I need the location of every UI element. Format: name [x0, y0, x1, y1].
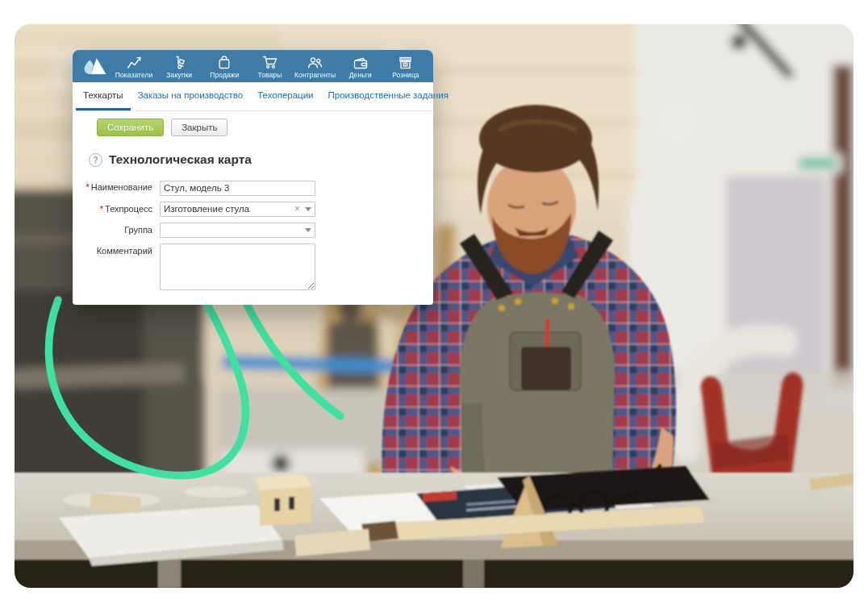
editor-content: Сохранить Закрыть ? Технологическая карт…	[73, 111, 433, 305]
app-window: Показатели Закупки Продажи	[73, 50, 433, 305]
group-select[interactable]	[160, 223, 315, 238]
moysklad-logo-icon	[83, 57, 107, 75]
tab-techcards[interactable]: Техкарты	[76, 82, 131, 110]
techprocess-value: Изготовление стула	[164, 204, 294, 214]
nav-item-sales[interactable]: Продажи	[202, 50, 247, 82]
nav-item-indicators[interactable]: Показатели	[111, 50, 156, 82]
chart-icon	[127, 56, 142, 69]
nav-item-label: Товары	[258, 71, 282, 79]
tab-production-tasks[interactable]: Производственные задания	[321, 82, 456, 110]
close-button[interactable]: Закрыть	[171, 119, 227, 136]
help-icon[interactable]: ?	[89, 153, 102, 167]
section-tabs: Техкарты Заказы на производство Техопера…	[73, 82, 433, 111]
techprocess-field-label: *Техпроцесс	[81, 202, 152, 214]
required-marker: *	[100, 204, 103, 214]
shopping-cart-icon	[262, 56, 278, 69]
form-row-techprocess: *Техпроцесс Изготовление стула ×	[97, 202, 433, 217]
tab-production-orders[interactable]: Заказы на производство	[131, 82, 251, 110]
nav-item-label: Розница	[392, 71, 419, 79]
wallet-icon	[353, 56, 368, 69]
nav-item-purchases[interactable]: Закупки	[156, 50, 202, 82]
nav-item-money[interactable]: Деньги	[338, 50, 383, 82]
storefront-icon	[399, 56, 412, 69]
save-button[interactable]: Сохранить	[97, 119, 164, 136]
main-navbar: Показатели Закупки Продажи	[73, 50, 433, 82]
form-row-group: Группа	[97, 223, 433, 238]
nav-item-retail[interactable]: Розница	[383, 50, 428, 82]
techcard-form: *Наименование *Техпроцесс Изготовление с…	[97, 180, 433, 294]
nav-item-contractors[interactable]: Контрагенты	[293, 50, 338, 82]
clear-icon[interactable]: ×	[294, 204, 300, 214]
toolbar: Сохранить Закрыть	[97, 119, 433, 136]
page-title: Технологическая карта	[109, 152, 252, 167]
nav-item-label: Закупки	[166, 71, 192, 79]
dropdown-arrow-icon[interactable]	[305, 228, 311, 232]
nav-items: Показатели Закупки Продажи	[111, 50, 428, 82]
people-icon	[307, 56, 323, 69]
form-row-name: *Наименование	[97, 180, 433, 196]
comment-textarea[interactable]	[160, 244, 315, 290]
nav-item-label: Показатели	[115, 71, 153, 79]
screenshot-canvas: Показатели Закупки Продажи	[0, 0, 868, 612]
techprocess-combobox[interactable]: Изготовление стула ×	[160, 202, 315, 217]
nav-item-label: Продажи	[210, 71, 239, 79]
handtruck-icon	[173, 56, 186, 69]
nav-item-label: Деньги	[349, 71, 372, 79]
nav-item-goods[interactable]: Товары	[247, 50, 292, 82]
form-row-comment: Комментарий	[97, 244, 433, 294]
title-row: ? Технологическая карта	[89, 152, 433, 167]
dropdown-arrow-icon[interactable]	[305, 207, 311, 211]
shopping-bag-icon	[218, 56, 231, 69]
moysklad-logo[interactable]	[79, 50, 111, 82]
name-field-label: *Наименование	[81, 180, 152, 192]
comment-field-label: Комментарий	[81, 244, 152, 256]
required-marker: *	[86, 182, 89, 192]
name-input[interactable]	[160, 181, 315, 196]
nav-item-label: Контрагенты	[294, 71, 336, 79]
tab-techoperations[interactable]: Техоперации	[250, 82, 320, 110]
group-field-label: Группа	[81, 223, 152, 235]
